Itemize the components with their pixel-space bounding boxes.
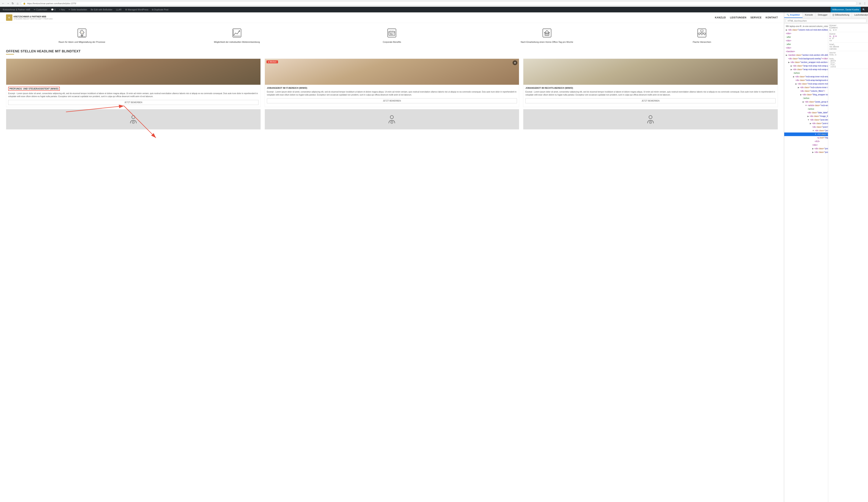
svg-rect-9	[81, 35, 83, 36]
tree-line-col-inner[interactable]: ▶ <div class="mcb-column-inner mfn-modul…	[784, 86, 828, 89]
wp-edit-page[interactable]: ✏ Seite bearbeiten	[67, 7, 89, 12]
devtools-tab-performance[interactable]: Laufzeitanalyse	[852, 12, 868, 18]
home-button[interactable]: ⌂	[16, 2, 19, 5]
svg-text:$: $	[650, 122, 651, 123]
tree-line-post-desc[interactable]: ▶ <div class="post-desc">	[784, 122, 828, 125]
svg-text:€: €	[81, 32, 82, 34]
bookmark-button[interactable]: ☆	[858, 2, 861, 5]
logo-icon: K	[6, 14, 12, 21]
tree-line-7[interactable]: </div>	[784, 46, 828, 50]
bottom-job-image-1: €	[6, 109, 260, 129]
tree-line-filters[interactable]: <div class="column_filters">	[784, 89, 828, 93]
benefit-icon-3	[386, 27, 398, 39]
bottom-row: € €	[6, 109, 778, 129]
wp-managed[interactable]: ⚙ Managed WordPress	[124, 7, 150, 12]
job-image-2: ● Merken ⊕	[265, 59, 519, 85]
logo-text: KRETZSCHMAR & PARTNER MBB	[13, 15, 53, 18]
tree-line-image-frame[interactable]: ▶ <div class="image_frame post-photo-wra…	[784, 115, 828, 118]
site-nav: KANZLEI LEISTUNGEN SERVICE KONTAKT	[715, 16, 778, 19]
wp-site-name[interactable]: Kretzschmar & Partner mbB	[1, 7, 32, 12]
svg-point-42	[390, 115, 393, 119]
tree-line-div-close[interactable]: </div>	[784, 143, 828, 147]
tree-line-anchor[interactable]: <a href="https://kretzschmar-partner.com…	[784, 136, 828, 140]
tree-line-wrap2[interactable]: ▶ <div class="wrap mcb-wrap mcb-wrap-o3g…	[784, 68, 828, 71]
wp-customizer[interactable]: ✏ Customizer	[32, 7, 49, 12]
tree-line-inner[interactable]: ▶ <div class="mcb-wrap-inner mcb-wrap-in…	[784, 75, 828, 79]
tree-line-5[interactable]: </div>	[784, 39, 828, 43]
job-content-2: JOBANGEBOT IM IT-BEREICH (M/W/D) Excerpt…	[265, 85, 519, 105]
tree-line-article[interactable]: ▼ <article class="mcb-wrap clearfix post…	[784, 104, 828, 107]
benefits-grid: € Raum für Ideen und Mitgestaltung der P…	[6, 27, 778, 44]
wp-duplicate[interactable]: ⧉ Duplicate Post	[150, 7, 170, 12]
tree-line-post-excerpt[interactable]: ▶ <div class="post-excerpt"> ◂ </div>	[784, 147, 828, 150]
nav-kanzlei[interactable]: KANZLEI	[715, 16, 726, 19]
devtools-tab-console[interactable]: Konsole	[803, 12, 816, 18]
devtools-tab-debugger[interactable]: Debugger	[815, 12, 830, 18]
html-tree-panel: fifth laptop-one-fif...le-one-second col…	[784, 24, 828, 502]
tree-line-wrapper[interactable]: ▶ <div class="section_wrapper mcb-sectio…	[784, 61, 828, 64]
tree-line-4[interactable]: ::after	[784, 35, 828, 39]
tree-line-post-head[interactable]: <div class="post-head"></div>	[784, 125, 828, 129]
wp-admin-bar-right: Willkommen, Daniel Koethe 🔍	[830, 7, 867, 12]
tree-line-3[interactable]: </div>	[784, 32, 828, 35]
devtools-tab-inspector[interactable]: 🔍 Inspektor	[784, 12, 803, 18]
devtools-panel: 🔍 Inspektor Konsole Debugger {} Stilbear…	[784, 12, 868, 502]
tree-line-bg[interactable]: <div class="mcb-background-overlay"></di…	[784, 57, 828, 61]
styles-section-1: Dieser Element a, a:e	[828, 24, 868, 32]
devtools-tab-style[interactable]: {} Stilbearbeitung	[830, 12, 852, 18]
tree-line-before2[interactable]: ::before	[784, 96, 828, 100]
job-content-3: JOBANGEBOT IM RECHTS-BEREICH (M/W/D) Exc…	[523, 85, 778, 105]
url-bar[interactable]: 🔒 https://kretzschmar-partner.com/kanzle…	[21, 1, 857, 6]
tree-line-post-title[interactable]: ▼ <div class="post-title">	[784, 129, 828, 133]
hierarchy-icon	[697, 28, 707, 38]
wp-llar[interactable]: LLAR	[115, 7, 123, 12]
wp-be-builder[interactable]: Be Edit with BeBuilder	[89, 7, 114, 12]
wp-comments[interactable]: 💬 0	[49, 7, 57, 12]
styles-panel: Dieser Element a, a:e Diese a, a:a a if …	[828, 24, 868, 502]
job-apply-btn-2[interactable]: JETZT BEWERBEN	[267, 98, 517, 103]
tree-line-post-desc-wrapper[interactable]: ▼ <div class="post-desc-wrapper bg- has-…	[784, 118, 828, 122]
refresh-button[interactable]: ↻	[11, 2, 14, 5]
tree-line-1[interactable]: fifth laptop-one-fif...le-one-second col…	[784, 24, 828, 28]
svg-rect-34	[701, 33, 703, 34]
tree-line-wrap1[interactable]: ▶ <div class="wrap mcb-wrap mcb-wrap-p46…	[784, 64, 828, 68]
back-button[interactable]: ←	[2, 2, 5, 5]
tree-line-2[interactable]: ▶ <div class="column mcb-col mcb-item-b2…	[784, 28, 828, 32]
svg-text:€: €	[133, 122, 134, 123]
job-excerpt-2: Excerpt - Lorem ipsum dolor sit amet, co…	[267, 90, 517, 96]
html-tree: fifth laptop-one-fif...le-one-second col…	[784, 24, 828, 155]
benefit-item-3: Corporate Benefits	[316, 27, 468, 44]
tree-line-h3[interactable]: ▼ <h3 class="entry-title" itemprop="head…	[784, 133, 828, 136]
split-devtools: fifth laptop-one-fif...le-one-second col…	[784, 24, 868, 502]
menu-button[interactable]: ⋮	[863, 2, 866, 5]
job-apply-btn-1[interactable]: JETZT BEWERBEN	[8, 100, 258, 105]
nav-kontakt[interactable]: KONTAKT	[766, 16, 778, 19]
nav-service[interactable]: SERVICE	[751, 16, 762, 19]
job-icon-1: €	[130, 114, 137, 124]
job-badge-merken[interactable]: ● Merken	[267, 60, 278, 63]
devtools-toolbar	[784, 18, 868, 24]
svg-rect-17	[389, 31, 395, 35]
tree-line-6[interactable]: ::after	[784, 43, 828, 46]
tree-line-h3-close[interactable]: </h3>	[784, 140, 828, 143]
wp-new[interactable]: + Neu	[58, 7, 67, 12]
tree-line-before3[interactable]: ::before	[784, 107, 828, 111]
devtools-search-input[interactable]	[786, 19, 866, 23]
tree-line-posts[interactable]: ▶ <div class="posts_group lm_wrapper col…	[784, 100, 828, 104]
nav-leistungen[interactable]: LEISTUNGEN	[730, 16, 746, 19]
tree-line-date[interactable]: <div class="date_label">13. Januar 2024<…	[784, 111, 828, 115]
job-apply-btn-3[interactable]: JETZT BEWERBEN	[525, 98, 776, 103]
tree-line-section[interactable]: ▶ <section class="section mcb-section mf…	[784, 53, 828, 57]
bottom-job-image-3: $	[523, 109, 778, 129]
tree-line-bg2[interactable]: <div class="mcb-wrap-background-overlay"…	[784, 79, 828, 82]
tree-line-before1[interactable]: ::before	[784, 71, 828, 75]
forward-button[interactable]: →	[7, 2, 10, 5]
tree-line-blog-wrapper[interactable]: ▶ <div class="blog_wrapper isotope_wrapp…	[784, 93, 828, 96]
svg-text:€: €	[391, 122, 392, 123]
tree-line-post-footer[interactable]: ▶ <div class="post-footer"> ◂ </div>	[784, 150, 828, 154]
tree-line-col[interactable]: ▶ <div class="mcb-wrap-column mcb-col-it…	[784, 82, 828, 86]
jobs-headline: OFFENE STELLEN HEADLINE MIT BLINDTEXT	[6, 50, 778, 53]
tree-line-8[interactable]: </section>	[784, 50, 828, 53]
benefit-item-2: Möglichkeit der individuellen Weiterentw…	[161, 27, 313, 44]
wp-search[interactable]: 🔍	[861, 7, 867, 12]
